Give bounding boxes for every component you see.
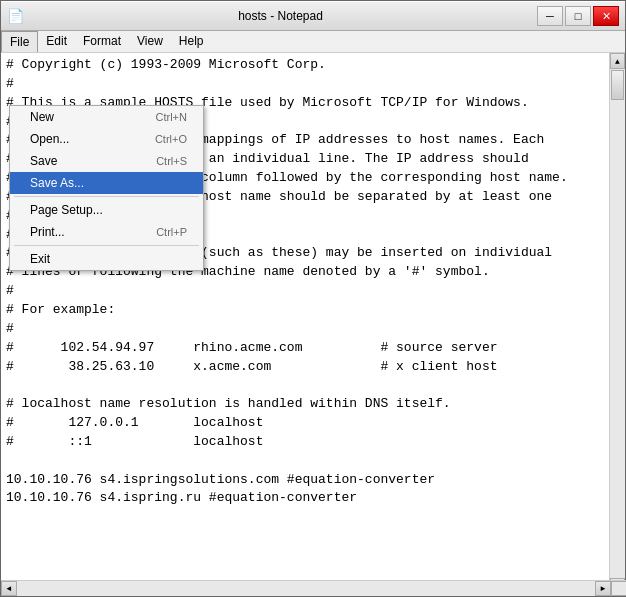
minimize-button[interactable]: ─ xyxy=(537,6,563,26)
menu-open[interactable]: Open... Ctrl+O xyxy=(10,128,203,150)
horizontal-scrollbar[interactable]: ◄ ► xyxy=(1,580,626,596)
hscroll-track[interactable] xyxy=(17,581,595,596)
scroll-down-button[interactable]: ▼ xyxy=(610,578,625,580)
scroll-right-button[interactable]: ► xyxy=(595,581,611,596)
menu-exit-label: Exit xyxy=(30,252,50,266)
title-bar-controls: ─ □ ✕ xyxy=(537,6,619,26)
menu-separator-1 xyxy=(14,196,199,197)
menu-save[interactable]: Save Ctrl+S xyxy=(10,150,203,172)
menu-edit[interactable]: Edit xyxy=(38,31,75,52)
menu-page-setup[interactable]: Page Setup... xyxy=(10,199,203,221)
menu-help[interactable]: Help xyxy=(171,31,212,52)
menu-print[interactable]: Print... Ctrl+P xyxy=(10,221,203,243)
maximize-button[interactable]: □ xyxy=(565,6,591,26)
title-bar-text: hosts - Notepad xyxy=(24,9,537,23)
vertical-scrollbar[interactable]: ▲ ▼ xyxy=(609,53,625,580)
title-bar-icon: 📄 xyxy=(7,8,24,25)
scroll-left-button[interactable]: ◄ xyxy=(1,581,17,596)
menu-open-label: Open... xyxy=(30,132,69,146)
file-dropdown-menu: New Ctrl+N Open... Ctrl+O Save Ctrl+S Sa… xyxy=(9,105,204,271)
menu-print-label: Print... xyxy=(30,225,65,239)
menu-new[interactable]: New Ctrl+N xyxy=(10,106,203,128)
menu-page-setup-label: Page Setup... xyxy=(30,203,103,217)
menu-view[interactable]: View xyxy=(129,31,171,52)
menu-new-shortcut: Ctrl+N xyxy=(156,111,187,123)
menu-bar: File Edit Format View Help xyxy=(1,31,625,53)
menu-print-shortcut: Ctrl+P xyxy=(156,226,187,238)
title-bar: 📄 hosts - Notepad ─ □ ✕ xyxy=(1,1,625,31)
scroll-up-button[interactable]: ▲ xyxy=(610,53,625,69)
menu-save-label: Save xyxy=(30,154,57,168)
menu-save-as-label: Save As... xyxy=(30,176,84,190)
editor-area: # Copyright (c) 1993-2009 Microsoft Corp… xyxy=(1,53,625,580)
notepad-window: 📄 hosts - Notepad ─ □ ✕ File Edit Format… xyxy=(0,0,626,597)
menu-separator-2 xyxy=(14,245,199,246)
scrollbar-corner xyxy=(611,581,626,596)
menu-file[interactable]: File xyxy=(1,31,38,52)
close-button[interactable]: ✕ xyxy=(593,6,619,26)
scroll-thumb[interactable] xyxy=(611,70,624,100)
menu-save-as[interactable]: Save As... xyxy=(10,172,203,194)
menu-format[interactable]: Format xyxy=(75,31,129,52)
menu-save-shortcut: Ctrl+S xyxy=(156,155,187,167)
menu-exit[interactable]: Exit xyxy=(10,248,203,270)
menu-new-label: New xyxy=(30,110,54,124)
scroll-track[interactable] xyxy=(610,69,625,578)
menu-open-shortcut: Ctrl+O xyxy=(155,133,187,145)
